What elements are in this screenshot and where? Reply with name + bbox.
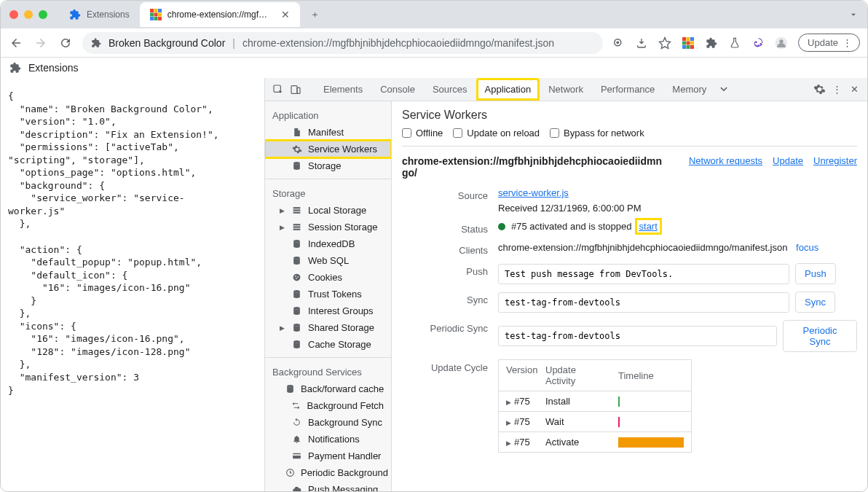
link-focus[interactable]: focus	[796, 242, 818, 253]
tab-network[interactable]: Network	[541, 79, 591, 99]
redux-icon[interactable]	[751, 36, 765, 50]
sync-input[interactable]	[498, 292, 789, 313]
svg-point-39	[293, 290, 300, 292]
tab-memory[interactable]: Memory	[665, 79, 714, 99]
database-icon	[291, 322, 302, 333]
tab-console[interactable]: Console	[373, 79, 422, 99]
status-text: #75 activated and is stopped	[511, 221, 632, 232]
push-input[interactable]	[498, 264, 789, 284]
tab-extensions[interactable]: Extensions	[59, 2, 140, 27]
device-icon[interactable]	[288, 82, 303, 97]
label-status: Status	[402, 221, 488, 235]
install-icon[interactable]	[635, 36, 648, 50]
sidebar-item-session-storage[interactable]: ▶Session Storage	[265, 219, 391, 235]
svg-rect-25	[297, 87, 300, 93]
sync-button[interactable]: Sync	[795, 292, 835, 313]
sidebar-item-periodic-bg-sync[interactable]: Periodic Background S	[265, 464, 391, 481]
update-button[interactable]: Update ⋮	[798, 34, 860, 52]
periodic-sync-input[interactable]	[498, 326, 777, 346]
omnibox[interactable]: Broken Background Color | chrome-extensi…	[82, 32, 603, 54]
maximize-window-button[interactable]	[39, 10, 47, 19]
checkbox-input[interactable]	[550, 128, 559, 138]
extensions-label: Extensions	[28, 62, 78, 74]
tab-application[interactable]: Application	[478, 79, 539, 99]
sidebar-item-storage[interactable]: Storage	[265, 157, 391, 174]
checkbox-offline[interactable]: Offline	[402, 128, 443, 138]
sidebar-item-trust-tokens[interactable]: Trust Tokens	[265, 286, 391, 302]
tab-elements[interactable]: Elements	[316, 79, 370, 99]
puzzle-icon	[69, 9, 81, 20]
sidebar-item-shared-storage[interactable]: ▶Shared Storage	[265, 319, 391, 336]
inspect-icon[interactable]	[271, 82, 285, 97]
profile-icon[interactable]	[775, 36, 788, 50]
close-devtools-icon[interactable]: ✕	[847, 82, 861, 97]
push-button[interactable]: Push	[795, 263, 836, 284]
more-tabs-icon[interactable]	[717, 82, 731, 97]
svg-rect-12	[682, 37, 686, 41]
svg-rect-14	[690, 37, 694, 41]
devtools-tabs: Elements Console Sources Application Net…	[265, 78, 867, 101]
checkbox-update-reload[interactable]: Update on reload	[453, 128, 540, 138]
tab-sources[interactable]: Sources	[425, 79, 475, 99]
sidebar-item-interest-groups[interactable]: Interest Groups	[265, 302, 391, 319]
checkbox-input[interactable]	[453, 128, 462, 138]
periodic-sync-button[interactable]: Periodic Sync	[783, 320, 857, 352]
svg-rect-8	[154, 17, 157, 20]
sidebar-item-cookies[interactable]: Cookies	[265, 269, 391, 286]
link-update[interactable]: Update	[773, 155, 803, 166]
forward-button[interactable]	[33, 35, 49, 51]
close-tab-icon[interactable]: ✕	[281, 9, 290, 20]
storage-icon	[291, 205, 302, 216]
svg-rect-44	[293, 453, 301, 459]
extensions-icon[interactable]	[705, 36, 718, 50]
sidebar-item-indexeddb[interactable]: IndexedDB	[265, 235, 391, 252]
cycle-row-install[interactable]: ▶#75 Install	[499, 391, 691, 412]
database-icon	[291, 238, 302, 249]
extensions-label-bar: Extensions	[1, 58, 867, 78]
minimize-window-button[interactable]	[24, 10, 33, 19]
sidebar-item-payment-handler[interactable]: Payment Handler	[265, 448, 391, 464]
tab-performance[interactable]: Performance	[593, 79, 662, 99]
lens-icon[interactable]	[612, 36, 625, 50]
tab-overflow-icon[interactable]	[848, 9, 859, 20]
tab-manifest[interactable]: chrome-extension://mgfbhjnib ✕	[140, 2, 300, 27]
sidebar-item-bfc[interactable]: Back/forward cache	[265, 380, 391, 397]
link-source-file[interactable]: service-worker.js	[498, 187, 569, 198]
link-network-requests[interactable]: Network requests	[689, 155, 762, 166]
sidebar-item-notifications[interactable]: Notifications	[265, 431, 391, 448]
service-workers-panel: Service Workers Offline Update on reload…	[392, 101, 867, 492]
gear-icon[interactable]	[812, 82, 826, 97]
link-start[interactable]: start	[638, 221, 659, 232]
svg-rect-45	[293, 454, 301, 456]
database-icon	[291, 339, 302, 350]
sidebar-item-service-workers[interactable]: Service Workers	[265, 141, 391, 157]
sidebar-item-push-messaging[interactable]: Push Messaging	[265, 481, 391, 492]
kebab-icon[interactable]: ⋮	[829, 82, 844, 97]
cookie-icon	[291, 272, 302, 283]
checkbox-input[interactable]	[402, 128, 411, 138]
checkbox-bypass[interactable]: Bypass for network	[550, 128, 644, 138]
sidebar-item-cache-storage[interactable]: Cache Storage	[265, 336, 391, 353]
svg-point-38	[296, 278, 297, 279]
sidebar-item-bg-sync[interactable]: Background Sync	[265, 414, 391, 431]
bookmark-icon[interactable]	[658, 36, 671, 50]
close-window-button[interactable]	[9, 10, 18, 19]
labs-icon[interactable]	[728, 36, 741, 50]
cycle-row-wait[interactable]: ▶#75 Wait	[499, 412, 691, 432]
reload-button[interactable]	[58, 35, 74, 51]
svg-point-34	[293, 257, 300, 259]
sidebar-item-websql[interactable]: Web SQL	[265, 252, 391, 269]
svg-rect-31	[293, 226, 301, 227]
cycle-row-activate[interactable]: ▶#75 Activate	[499, 432, 691, 452]
back-button[interactable]	[8, 35, 24, 51]
browser-toolbar: Broken Background Color | chrome-extensi…	[1, 28, 867, 58]
sidebar-item-manifest[interactable]: Manifest	[265, 124, 391, 141]
new-tab-button[interactable]: ＋	[306, 5, 325, 24]
update-cycle-table: Version Update Activity Timeline ▶#75 In…	[498, 359, 692, 453]
svg-rect-15	[682, 41, 686, 44]
rubik-icon[interactable]	[682, 36, 695, 50]
sidebar-item-bg-fetch[interactable]: Background Fetch	[265, 397, 391, 414]
svg-rect-1	[150, 9, 154, 12]
sidebar-item-local-storage[interactable]: ▶Local Storage	[265, 202, 391, 219]
link-unregister[interactable]: Unregister	[813, 155, 857, 166]
